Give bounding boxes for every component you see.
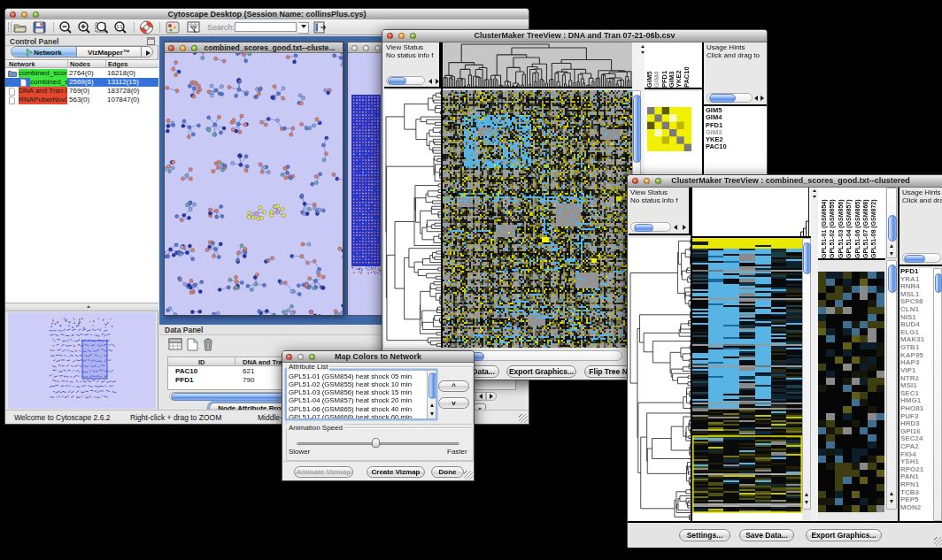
tv1-heatmap[interactable] (443, 90, 632, 348)
move-down-button[interactable]: v (438, 397, 469, 409)
tv2-heat-scroll-up[interactable] (805, 491, 808, 496)
network-row[interactable]: RNAPuberNov2+563(0)107847(0) (5, 96, 158, 104)
zoom-out-icon[interactable] (58, 21, 73, 35)
tv2-labels-vscroll-thumb[interactable] (888, 215, 897, 242)
tv2-zoom-scroll-up[interactable] (890, 490, 893, 495)
tv2-settings-button[interactable]: Settings... (679, 529, 730, 541)
attribute-list-vscrollbar[interactable] (427, 371, 436, 419)
column-label[interactable]: GPL51-01 (GSM854) (821, 199, 828, 258)
treeview2-titlebar[interactable]: ClusterMaker TreeView : combined_scores_… (628, 175, 942, 188)
tv2-strip-down[interactable] (813, 196, 816, 200)
tv2-rowlabels-vscrollbar[interactable] (933, 268, 942, 521)
minimize-button[interactable] (21, 12, 27, 18)
delete-attribute-icon[interactable] (202, 337, 214, 351)
tv2-labels-scroll-down[interactable] (890, 252, 893, 257)
tv2-close-button[interactable] (632, 178, 638, 184)
new-attribute-icon[interactable] (187, 338, 198, 351)
zoom-selected-icon[interactable]: 1:1 (113, 21, 127, 35)
tv2-resize-grip[interactable] (934, 537, 942, 546)
column-label[interactable]: GPL51-03 (GSM856) (838, 199, 845, 258)
dialog-minimize-button[interactable] (297, 354, 304, 360)
done-button[interactable]: Done (431, 466, 464, 478)
network-view[interactable] (165, 53, 343, 315)
tv2-zoom-button[interactable] (655, 178, 661, 184)
tv2-strip-up[interactable] (813, 188, 816, 192)
tv1-minimize-button[interactable] (398, 33, 405, 39)
network-row[interactable]: combined_sco2569(6)13112(15) (5, 78, 158, 87)
animate-vizmap-button[interactable]: Animate Vizmap (294, 466, 353, 478)
tv1-export-graphics-button[interactable]: Export Graphics... (506, 365, 576, 378)
tv2-column-dendrogram[interactable] (692, 188, 811, 238)
frame1-close-button[interactable] (168, 45, 174, 51)
frame2-minimize-button[interactable] (363, 45, 369, 51)
tv2-hints-scrollbar[interactable] (902, 253, 941, 263)
column-label[interactable]: GPL51-02 (GSM855) (829, 199, 836, 258)
search-dropdown-button[interactable] (298, 22, 309, 34)
zoom-fit-icon[interactable] (95, 21, 110, 35)
tv2-heat-scroll-down[interactable] (805, 501, 808, 506)
speed-slider-thumb[interactable] (372, 438, 380, 448)
select-attributes-icon[interactable] (168, 338, 182, 351)
tv1-heatmap-vscroll-thumb[interactable] (633, 95, 641, 163)
column-label[interactable]: YKE2 (676, 70, 683, 88)
dialog-titlebar[interactable]: Map Colors to Network (282, 351, 474, 363)
help-lifesaver-icon[interactable] (139, 20, 154, 35)
tv1-status-scroll-left[interactable] (427, 78, 433, 85)
create-vizmap-button[interactable]: Create Vizmap (367, 466, 425, 478)
tv1-zoom-button[interactable] (410, 33, 416, 39)
tv2-status-scroll-right[interactable] (683, 225, 690, 232)
tv1-close-button[interactable] (387, 33, 393, 39)
tv1-row-dendrogram[interactable] (384, 90, 441, 348)
attribute-list-scroll-down[interactable] (430, 412, 434, 418)
network-row[interactable]: DNA and Tran 07769(0)183728(0) (5, 87, 158, 96)
vizmapper-icon[interactable] (166, 21, 180, 34)
tv2-row-dendrogram[interactable] (629, 238, 691, 521)
tv2-labels-vscrollbar[interactable] (886, 188, 897, 258)
attribute-list-item[interactable]: GPL51-07 (GSM868) heat shock 60 min (289, 413, 427, 419)
attribute-listbox[interactable]: GPL51-01 (GSM854) heat shock 05 minGPL51… (286, 370, 436, 419)
tv2-status-scroll-left[interactable] (674, 225, 681, 232)
col-header-network[interactable]: Network (9, 60, 35, 68)
frame2-zoom-button[interactable] (374, 45, 381, 51)
col-header-nodes[interactable]: Nodes (70, 60, 90, 68)
attribute-list-scroll-up[interactable] (430, 402, 434, 407)
col-header-edges[interactable]: Edges (108, 60, 128, 68)
attribute-list-item[interactable]: GPL51-02 (GSM855) heat shock 10 min (289, 380, 427, 388)
attribute-browser-icon[interactable] (313, 21, 327, 34)
attribute-list-item[interactable]: GPL51-03 (GSM856) heat shock 15 min (289, 388, 427, 396)
tv2-status-scrollbar[interactable] (630, 222, 671, 232)
tv1-zoom-heatmap[interactable] (647, 107, 691, 151)
treeview1-titlebar[interactable]: ClusterMaker TreeView : DNA and Tran 07-… (382, 30, 767, 42)
save-session-icon[interactable] (33, 21, 46, 34)
column-label[interactable]: GPL51-04 (GSM857) (845, 199, 853, 258)
tv2-heatmap[interactable] (692, 238, 802, 521)
close-button[interactable] (10, 12, 16, 18)
open-session-icon[interactable] (13, 21, 27, 34)
data-panel-hscroll-thumb[interactable] (171, 393, 284, 401)
window-resize-grip[interactable] (519, 414, 528, 423)
frame1-zoom-button[interactable] (191, 45, 197, 51)
tv2-zoom-heatmap[interactable] (818, 272, 884, 512)
search-input[interactable] (235, 22, 297, 32)
dialog-zoom-button[interactable] (309, 354, 315, 360)
tv1-status-scrollbar[interactable] (386, 76, 425, 85)
tab-network[interactable]: Network (12, 47, 77, 58)
row-label[interactable]: PAC10 (706, 143, 727, 150)
scroll-right-button[interactable] (486, 392, 497, 401)
column-label[interactable]: GPL51-06 (GSM865) (854, 199, 861, 258)
tab-vizmapper[interactable]: VizMapper™ (77, 47, 142, 58)
tv2-zoom-scroll-down[interactable] (890, 500, 893, 505)
tv1-status-scroll-right[interactable] (434, 78, 440, 85)
panel-splitter[interactable] (5, 303, 158, 311)
tv1-hints-scroll-right[interactable] (761, 96, 767, 103)
tv2-zoom-vscrollbar[interactable] (886, 260, 897, 510)
dp-col-id[interactable]: ID (198, 358, 205, 366)
tab-overflow-button[interactable] (142, 47, 153, 58)
tv2-save-data-button[interactable]: Save Data... (739, 529, 794, 541)
frame1-minimize-button[interactable] (180, 45, 186, 51)
attribute-list-vscroll-thumb[interactable] (429, 372, 436, 399)
tv2-heatmap-vscrollbar[interactable] (802, 238, 811, 510)
column-label[interactable]: PAC10 (683, 66, 691, 88)
tv1-hints-scrollbar[interactable] (706, 93, 753, 103)
tv1-status-scroll-thumb[interactable] (388, 77, 406, 85)
